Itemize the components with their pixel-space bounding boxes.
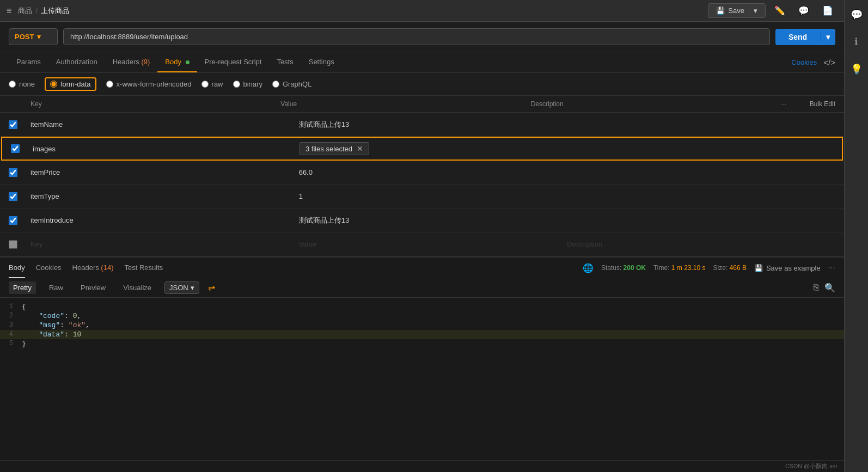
format-select[interactable]: JSON ▾	[164, 281, 199, 294]
more-options-icon[interactable]: ···	[781, 100, 786, 108]
tab-settings[interactable]: Settings	[301, 52, 342, 72]
code-line-4: 4 "data": 10	[0, 330, 844, 339]
attribution-text: CSDN @小酥肉 xsr	[785, 462, 838, 470]
main-content: ≡ 商品 / 上传商品 💾 Save ▾ ✏️ 💬 📄 POST ▾ Send …	[0, 0, 844, 353]
col-value: Value	[280, 100, 530, 108]
row-checkbox-images[interactable]	[11, 144, 20, 153]
code-line-1: 1 {	[0, 302, 844, 311]
tab-params[interactable]: Params	[9, 52, 48, 72]
files-clear-icon[interactable]: ✕	[357, 144, 363, 153]
code-text-3: "msg": "ok",	[22, 321, 90, 329]
tab-body[interactable]: Body	[157, 52, 197, 72]
row-key-images: images	[33, 145, 299, 153]
save-chevron-icon[interactable]: ▾	[749, 7, 757, 15]
radio-urlencoded[interactable]: x-www-form-urlencoded	[106, 80, 192, 88]
table-row-empty: Key Value Description	[0, 232, 844, 256]
headers-badge: (9)	[141, 58, 150, 66]
row-checkbox-itemname[interactable]	[9, 120, 17, 129]
row-checkbox-itemintroduce[interactable]	[9, 216, 17, 225]
bottom-bar: CSDN @小酥肉 xsr	[0, 460, 844, 472]
radio-form-data[interactable]: form-data	[45, 77, 96, 91]
row-key-itemintroduce: itemIntroduce	[30, 216, 299, 224]
line-num-1: 1	[0, 303, 22, 310]
bulk-edit-button[interactable]: Bulk Edit	[810, 100, 835, 108]
code-icon[interactable]: </>	[823, 58, 835, 67]
resp-headers-badge: (14)	[101, 263, 113, 272]
send-chevron-icon[interactable]: ▾	[820, 33, 835, 41]
col-description: Description	[531, 100, 781, 108]
code-text-5: }	[22, 340, 26, 348]
resp-content-tab-pretty[interactable]: Pretty	[9, 281, 36, 294]
resp-content-tab-visualize[interactable]: Visualize	[119, 281, 156, 294]
url-input[interactable]	[63, 28, 770, 45]
resp-tab-body[interactable]: Body	[9, 258, 25, 278]
time-label: Time: 1 m 23.10 s	[653, 264, 706, 272]
top-bar: ≡ 商品 / 上传商品 💾 Save ▾ ✏️ 💬 📄	[0, 0, 844, 22]
tab-tests[interactable]: Tests	[269, 52, 301, 72]
code-text-1: {	[22, 303, 26, 311]
method-chevron-icon: ▾	[37, 33, 41, 41]
breadcrumb-parent[interactable]: 商品	[18, 6, 32, 16]
resp-tab-test-results[interactable]: Test Results	[124, 258, 163, 278]
copy-icon[interactable]: ⎘	[814, 283, 819, 293]
row-value-itemtype: 1	[299, 192, 567, 200]
line-num-5: 5	[0, 340, 22, 347]
tab-authorization[interactable]: Authorization	[48, 52, 105, 72]
docs-icon-button[interactable]: 📄	[818, 3, 838, 18]
body-type-bar: none form-data x-www-form-urlencoded raw…	[0, 73, 844, 96]
response-content-tabs: Pretty Raw Preview Visualize JSON ▾ ⇌ ⎘ …	[0, 278, 844, 298]
row-value-itemprice: 66.0	[299, 168, 567, 176]
sidebar-chat-icon[interactable]: 💬	[847, 5, 866, 24]
url-section: POST ▾ Send ▾	[0, 22, 844, 52]
table-row: itemName 测试商品上传13	[0, 113, 844, 137]
save-label: Save	[728, 7, 744, 15]
status-value: 200 OK	[624, 264, 646, 272]
table-row: itemPrice 66.0	[0, 161, 844, 185]
resp-content-tab-preview[interactable]: Preview	[76, 281, 110, 294]
comment-icon-button[interactable]: 💬	[794, 3, 814, 18]
tab-headers[interactable]: Headers (9)	[105, 52, 158, 72]
radio-graphql[interactable]: GraphQL	[272, 80, 311, 88]
radio-binary[interactable]: binary	[233, 80, 262, 88]
time-value: 1 m 23.10 s	[671, 264, 706, 272]
response-status-bar: 🌐 Status: 200 OK Time: 1 m 23.10 s Size:…	[583, 263, 835, 273]
row-checkbox-itemprice[interactable]	[9, 168, 17, 177]
send-button[interactable]: Send ▾	[775, 29, 835, 45]
save-as-example-button[interactable]: 💾 Save as example	[754, 264, 821, 272]
row-checkbox-itemtype[interactable]	[9, 192, 17, 201]
edit-icon-button[interactable]: ✏️	[770, 3, 790, 18]
table-row: itemType 1	[0, 185, 844, 209]
resp-content-tab-raw[interactable]: Raw	[45, 281, 68, 294]
sidebar-bulb-icon[interactable]: 💡	[847, 60, 866, 78]
save-button[interactable]: 💾 Save ▾	[708, 3, 766, 18]
breadcrumb-current: 上传商品	[41, 6, 69, 16]
search-icon[interactable]: 🔍	[824, 283, 835, 293]
radio-none[interactable]: none	[9, 80, 35, 88]
row-value-images: 3 files selected ✕	[299, 142, 566, 155]
resp-tab-headers[interactable]: Headers (14)	[72, 258, 114, 278]
row-checkbox-empty[interactable]	[9, 240, 17, 249]
status-label: Status: 200 OK	[601, 264, 646, 272]
line-num-4: 4	[0, 330, 22, 338]
code-line-3: 3 "msg": "ok",	[0, 321, 844, 330]
format-label: JSON	[169, 284, 188, 292]
resp-tab-cookies[interactable]: Cookies	[36, 258, 62, 278]
row-key-itemprice: itemPrice	[30, 168, 299, 176]
filter-icon[interactable]: ⇌	[208, 283, 215, 293]
more-options-icon[interactable]: ···	[828, 263, 835, 273]
save-example-icon: 💾	[754, 264, 763, 272]
row-key-empty[interactable]: Key	[30, 240, 299, 248]
resp-content-right: ⎘ 🔍	[814, 283, 835, 293]
method-label: POST	[15, 33, 34, 41]
tab-pre-request-script[interactable]: Pre-request Script	[197, 52, 270, 72]
table-row-images: images 3 files selected ✕	[1, 137, 843, 161]
cookies-link[interactable]: Cookies	[791, 58, 817, 66]
response-bar: Body Cookies Headers (14) Test Results 🌐…	[0, 256, 844, 278]
code-area: 1 { 2 "code": 0, 3 "msg": "ok", 4 "data"…	[0, 298, 844, 353]
line-num-2: 2	[0, 312, 22, 320]
sidebar-info-icon[interactable]: ℹ	[851, 33, 861, 51]
radio-raw[interactable]: raw	[201, 80, 223, 88]
method-select[interactable]: POST ▾	[9, 28, 58, 45]
row-value-empty[interactable]: Value	[299, 240, 567, 248]
row-desc-empty[interactable]: Description	[567, 240, 835, 248]
